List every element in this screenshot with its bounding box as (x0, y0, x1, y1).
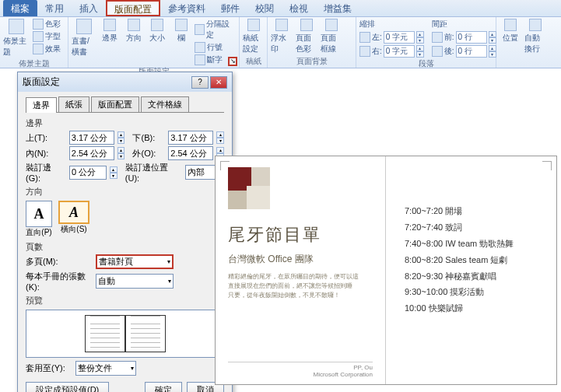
gutter-label: 裝訂邊(G): (26, 162, 66, 183)
paper-group-label: 稿紙 (243, 55, 264, 68)
schedule-list: 7:00~7:20 開場 7:20~7:40 致詞 7:40~8:00 IW t… (405, 203, 538, 317)
ribbon-tabs: 檔案 常用 插入 版面配置 參考資料 郵件 校閱 檢視 增益集 (0, 0, 561, 17)
indent-right-icon (359, 46, 370, 57)
tab-insert[interactable]: 插入 (72, 0, 106, 16)
indent-left-input[interactable]: 0 字元 (384, 31, 415, 44)
themes-button[interactable]: 佈景主題 (3, 19, 30, 58)
indent-label: 縮排 (359, 19, 424, 30)
wrap-text-button[interactable]: 自動換行 (524, 19, 546, 54)
margin-top-label: 上(T): (26, 132, 66, 144)
sheets-per-booklet-label: 每本手冊的張數(K): (26, 271, 93, 292)
ribbon: 佈景主題 色彩 字型 效果 佈景主題 直書/橫書 邊界 方向 大小 欄 分隔設定… (0, 17, 561, 68)
document-subtitle: 台灣微軟 Office 團隊 (228, 253, 373, 266)
watermark-button[interactable]: 浮水印 (271, 19, 293, 54)
margins-section-label: 邊界 (26, 117, 224, 129)
margin-inside-label: 內(N): (26, 148, 66, 159)
indent-right-spin[interactable]: ▴▾ (416, 45, 424, 58)
theme-effects-button[interactable]: 效果 (33, 44, 61, 54)
document-title: 尾牙節目單 (228, 223, 373, 247)
orientation-button[interactable]: 方向 (124, 19, 144, 44)
orientation-portrait[interactable]: A直向(P) (26, 201, 52, 238)
tab-review[interactable]: 校閱 (247, 0, 282, 16)
orientation-section-label: 方向 (26, 186, 224, 198)
apply-to-dropdown[interactable]: 整份文件▾ (75, 361, 136, 376)
apply-to-label: 套用至(Y): (26, 362, 72, 374)
set-default-button[interactable]: 設定成預設值(D) (26, 382, 109, 392)
manuscript-button[interactable]: 稿紙設定 (243, 19, 264, 54)
orientation-landscape[interactable]: A橫向(S) (58, 201, 89, 238)
schedule-item: 8:00~8:20 Sales team 短劇 (405, 252, 538, 268)
dialog-title: 版面設定 (23, 75, 60, 89)
tab-file[interactable]: 檔案 (3, 0, 37, 16)
gutter-pos-label: 裝訂邊位置(U): (125, 162, 182, 183)
theme-fonts-button[interactable]: 字型 (33, 31, 61, 42)
margin-top-input[interactable]: 3.17 公分 (69, 131, 114, 145)
gutter-input[interactable]: 0 公分 (69, 166, 107, 180)
tab-mailings[interactable]: 郵件 (213, 0, 247, 16)
space-after-input[interactable]: 0 行 (456, 45, 487, 58)
indent-right-input[interactable]: 0 字元 (384, 45, 415, 58)
space-before-icon (432, 32, 443, 43)
document-body: 精彩絕倫的尾牙，在眾所矚目的期待，便可以這 直接展現在您們的面前，絕不讓您等候招… (228, 272, 373, 300)
text-direction-button[interactable]: 直書/橫書 (72, 19, 96, 58)
space-before-input[interactable]: 0 行 (456, 31, 487, 44)
dialog-tab-margins[interactable]: 邊界 (26, 97, 57, 113)
dialog-help-button[interactable]: ? (191, 76, 209, 89)
document-footer-left: PP, Ou Microsoft Corporation (228, 362, 373, 378)
margins-button[interactable]: 邊界 (100, 19, 120, 44)
multi-pages-dropdown[interactable]: 書籍對頁▾ (96, 254, 174, 269)
schedule-item: 7:20~7:40 致詞 (405, 219, 538, 236)
theme-colors-button[interactable]: 色彩 (33, 19, 61, 30)
tab-page-layout[interactable]: 版面配置 (106, 0, 160, 16)
dialog-tab-paper[interactable]: 紙張 (58, 96, 89, 112)
page-setup-dialog: 版面設定 ? ✕ 邊界 紙張 版面配置 文件格線 邊界 上(T): 3.17 公… (17, 72, 233, 392)
preview-pane (26, 310, 224, 358)
columns-button[interactable]: 欄 (171, 19, 191, 44)
ok-button[interactable]: 確定 (145, 382, 182, 392)
space-after-label: 後: (444, 46, 454, 57)
schedule-item: 7:40~8:00 IW team 勁歌熱舞 (405, 236, 538, 252)
position-button[interactable]: 位置 (500, 19, 521, 44)
decorative-squares (228, 167, 270, 209)
margin-bottom-label: 下(B): (132, 132, 165, 144)
breaks-button[interactable]: 分隔設定 (195, 19, 236, 40)
page-color-button[interactable]: 頁面色彩 (296, 19, 317, 54)
page-border-button[interactable]: 頁面框線 (321, 19, 342, 54)
line-numbers-button[interactable]: 行號 (195, 42, 236, 53)
preview-section-label: 預覽 (26, 295, 224, 306)
schedule-item: 7:00~7:20 開場 (405, 203, 538, 219)
indent-left-label: 左: (372, 32, 382, 43)
margin-inside-input[interactable]: 2.54 公分 (69, 146, 114, 160)
margin-outside-label: 外(O): (132, 148, 165, 159)
page-setup-launcher[interactable]: ↘ (228, 57, 237, 66)
indent-right-label: 右: (372, 46, 382, 57)
schedule-item: 9:30~10:00 摸彩活動 (405, 284, 538, 300)
page-bg-group-label: 頁面背景 (271, 55, 352, 68)
multi-pages-label: 多頁(M): (26, 256, 93, 268)
dialog-tab-layout[interactable]: 版面配置 (91, 96, 139, 112)
paragraph-group-label: 段落 (359, 58, 493, 70)
spacing-label: 間距 (432, 19, 496, 30)
dialog-tabs: 邊界 紙張 版面配置 文件格線 (26, 96, 224, 113)
schedule-item: 8:20~9:30 神秘嘉賓獻唱 (405, 268, 538, 285)
space-after-icon (432, 46, 443, 57)
tab-references[interactable]: 參考資料 (160, 0, 213, 16)
margin-outside-input[interactable]: 2.54 公分 (168, 146, 213, 160)
sheets-per-booklet-dropdown[interactable]: 自動▾ (96, 274, 174, 289)
themes-label: 佈景主題 (3, 36, 30, 58)
dialog-tab-grid[interactable]: 文件格線 (141, 96, 189, 112)
tab-home[interactable]: 常用 (37, 0, 72, 16)
space-before-label: 前: (444, 32, 454, 43)
document-preview: 尾牙節目單 台灣微軟 Office 團隊 精彩絕倫的尾牙，在眾所矚目的期待，便可… (215, 156, 557, 385)
space-after-spin[interactable]: ▴▾ (489, 45, 496, 58)
schedule-item: 10:00 快樂賦歸 (405, 300, 538, 317)
tab-addins[interactable]: 增益集 (316, 0, 359, 16)
dialog-close-button[interactable]: ✕ (210, 76, 227, 89)
pages-section-label: 頁數 (26, 241, 224, 253)
margin-bottom-input[interactable]: 3.17 公分 (168, 131, 213, 145)
indent-left-spin[interactable]: ▴▾ (416, 31, 424, 44)
themes-group-label: 佈景主題 (3, 58, 65, 70)
tab-view[interactable]: 檢視 (282, 0, 316, 16)
size-button[interactable]: 大小 (147, 19, 167, 44)
space-before-spin[interactable]: ▴▾ (489, 31, 496, 44)
